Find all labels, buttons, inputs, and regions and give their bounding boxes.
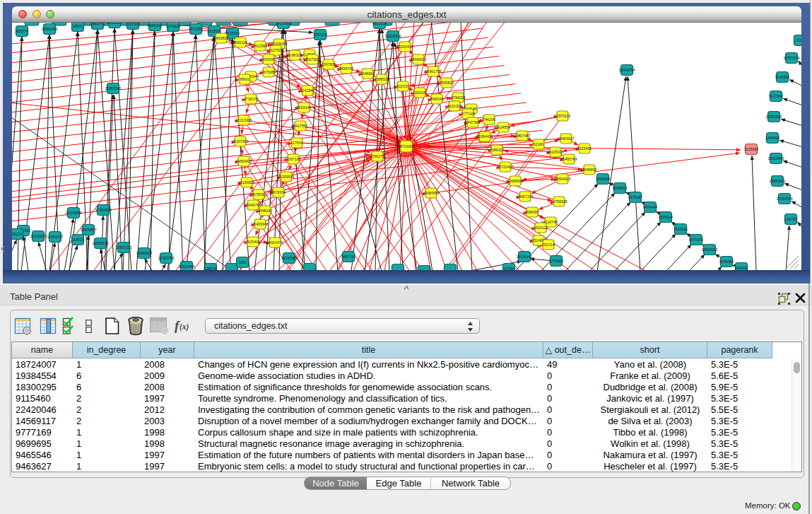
svg-text:18463627: 18463627 [558, 136, 574, 141]
svg-text:1282: 1282 [238, 260, 247, 264]
svg-text:19654935: 19654935 [235, 159, 252, 163]
svg-text:3267130: 3267130 [286, 157, 300, 161]
svg-text:9699695: 9699695 [582, 168, 596, 172]
svg-text:1883774: 1883774 [90, 23, 105, 26]
svg-text:8678334: 8678334 [271, 190, 286, 194]
svg-text:12093822: 12093822 [765, 115, 782, 119]
svg-text:9646821: 9646821 [360, 71, 375, 76]
svg-text:10025438: 10025438 [547, 150, 563, 154]
svg-text:9498242: 9498242 [258, 209, 272, 213]
svg-text:6497568: 6497568 [466, 120, 480, 124]
svg-text:12823448: 12823448 [178, 264, 194, 269]
svg-text:7625402: 7625402 [246, 240, 260, 244]
svg-text:1621022: 1621022 [447, 104, 461, 108]
svg-text:16043794: 16043794 [618, 68, 635, 72]
svg-text:10958117: 10958117 [136, 251, 153, 255]
svg-text:9777169: 9777169 [461, 112, 475, 116]
svg-text:1244419: 1244419 [765, 136, 779, 140]
svg-text:746206: 746206 [483, 117, 495, 122]
svg-text:10654112: 10654112 [702, 247, 718, 252]
svg-text:9457791: 9457791 [341, 255, 355, 259]
svg-text:7515526: 7515526 [207, 29, 221, 33]
svg-text:12975115: 12975115 [555, 114, 571, 118]
svg-text:126753: 126753 [784, 217, 796, 221]
svg-text:19166825: 19166825 [238, 180, 254, 185]
svg-text:6479197: 6479197 [628, 195, 642, 199]
svg-text:7632621: 7632621 [673, 227, 688, 231]
svg-text:18907249: 18907249 [517, 194, 533, 199]
svg-text:1588520: 1588520 [375, 77, 389, 81]
svg-text:9084067: 9084067 [525, 210, 539, 214]
svg-text:128234: 128234 [204, 267, 216, 270]
svg-text:15751074: 15751074 [783, 56, 799, 60]
svg-text:15692921: 15692921 [769, 179, 785, 183]
svg-text:19975887: 19975887 [80, 228, 96, 232]
svg-text:2390275: 2390275 [370, 154, 384, 158]
svg-text:6966102: 6966102 [148, 23, 162, 28]
svg-text:19218506: 19218506 [384, 34, 401, 38]
svg-text:8427552: 8427552 [293, 124, 307, 128]
svg-text:19384554: 19384554 [423, 191, 439, 195]
svg-text:8938923: 8938923 [613, 186, 627, 190]
svg-text:39134: 39134 [12, 232, 22, 236]
svg-text:1071918: 1071918 [166, 24, 180, 28]
svg-text:899044: 899044 [430, 97, 442, 101]
svg-text:12156829: 12156829 [30, 234, 46, 238]
svg-text:9115460: 9115460 [577, 146, 592, 151]
svg-text:18724007: 18724007 [398, 144, 414, 148]
svg-text:20206556: 20206556 [65, 211, 81, 215]
svg-text:1733426: 1733426 [549, 259, 563, 263]
svg-text:17016514: 17016514 [776, 197, 792, 201]
svg-text:19654923: 19654923 [554, 177, 570, 181]
svg-text:13716485: 13716485 [281, 256, 297, 260]
svg-text:16961758: 16961758 [425, 69, 441, 74]
svg-text:117004: 117004 [291, 141, 303, 145]
svg-text:9327503: 9327503 [269, 48, 283, 52]
svg-text:17957223: 17957223 [115, 245, 131, 250]
svg-text:8454749: 8454749 [339, 66, 353, 71]
svg-text:2603144: 2603144 [297, 105, 311, 110]
svg-text:3215958: 3215958 [744, 147, 758, 151]
svg-text:1640954: 1640954 [596, 177, 610, 181]
svg-text:8813054: 8813054 [372, 23, 387, 25]
svg-text:20053346: 20053346 [105, 86, 121, 90]
svg-text:9527503: 9527503 [305, 57, 319, 62]
svg-text:19756928: 19756928 [551, 199, 567, 204]
svg-text:7663822: 7663822 [214, 36, 228, 40]
svg-text:18371: 18371 [73, 24, 83, 28]
svg-text:98901: 98901 [240, 77, 250, 81]
svg-text:8186323: 8186323 [288, 53, 302, 57]
svg-text:8912954: 8912954 [253, 44, 267, 48]
svg-text:62160: 62160 [534, 142, 544, 146]
svg-text:405574: 405574 [16, 29, 28, 33]
svg-text:16543362: 16543362 [260, 57, 276, 62]
svg-text:20364436: 20364436 [476, 134, 493, 139]
svg-text:2935114: 2935114 [659, 215, 673, 219]
svg-text:924505: 924505 [735, 266, 747, 270]
svg-text:10653267: 10653267 [106, 23, 122, 25]
svg-text:6794028: 6794028 [451, 95, 465, 100]
svg-text:114513: 114513 [72, 238, 84, 242]
svg-text:10807487: 10807487 [514, 134, 530, 138]
svg-text:2367608: 2367608 [322, 62, 336, 66]
svg-text:9227342: 9227342 [769, 94, 783, 98]
svg-text:16782759: 16782759 [158, 256, 174, 260]
svg-text:1117: 1117 [796, 38, 801, 42]
svg-text:15495769: 15495769 [560, 157, 577, 161]
svg-text:822037: 822037 [396, 84, 408, 88]
svg-text:7955822: 7955822 [440, 81, 454, 85]
svg-text:9245052: 9245052 [719, 259, 734, 264]
svg-text:1327602: 1327602 [126, 23, 140, 26]
svg-text:15720407: 15720407 [497, 165, 513, 169]
svg-text:18640910: 18640910 [410, 57, 426, 62]
svg-text:13325419: 13325419 [396, 45, 413, 49]
svg-text:12359924: 12359924 [95, 208, 111, 212]
svg-text:14136141: 14136141 [516, 255, 532, 259]
svg-text:20691406: 20691406 [41, 27, 57, 31]
svg-text:16914479: 16914479 [266, 240, 283, 245]
svg-text:16107553: 16107553 [232, 139, 248, 144]
svg-text:1671355: 1671355 [189, 27, 203, 31]
svg-text:12213309: 12213309 [235, 118, 252, 122]
svg-text:16210643: 16210643 [767, 156, 784, 160]
svg-text:3675685: 3675685 [261, 70, 276, 74]
